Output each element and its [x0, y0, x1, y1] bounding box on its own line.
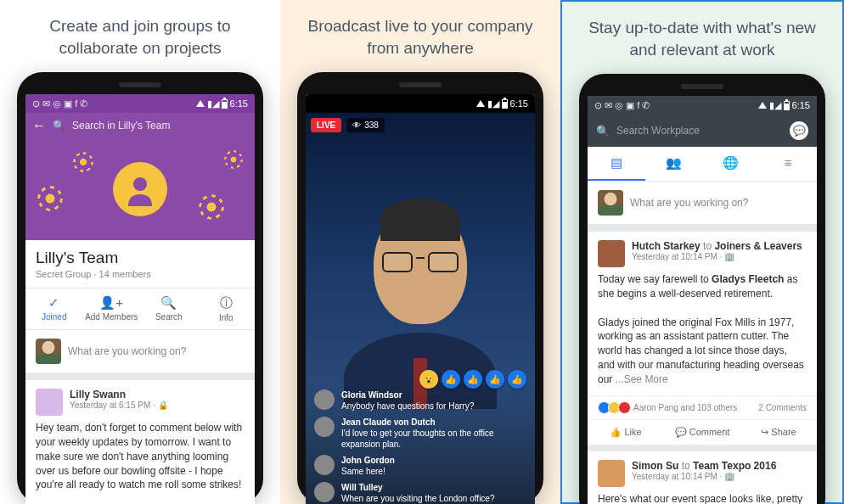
info-icon: ⓘ — [198, 295, 256, 311]
tab-groups[interactable]: 👥 — [645, 147, 703, 181]
divider — [588, 225, 817, 232]
post-header: Simon Su to Team Texpo 2016 Yesterday at… — [598, 460, 807, 487]
chat-icon[interactable]: 💬 — [790, 121, 808, 140]
share-button[interactable]: ↪ Share — [740, 420, 817, 445]
group-search-input[interactable] — [72, 120, 248, 132]
comment-button[interactable]: 💬 Comment — [664, 420, 740, 445]
reactions-row[interactable]: Aaron Pang and 103 others 2 Comments — [588, 395, 817, 420]
eye-icon: 👁 — [352, 120, 361, 130]
commenter-name: Gloria Windsor — [341, 389, 474, 400]
post-time: Yesterday at 10:14 PM · 🏢 — [632, 472, 776, 481]
group-search-bar[interactable]: ← 🔍 — [25, 113, 255, 138]
commenter-name: Jean Claude von Dutch — [341, 417, 526, 428]
search-icon[interactable]: 🔍 — [53, 120, 65, 132]
love-icon — [618, 401, 631, 414]
search-icon: 🔍 — [140, 295, 198, 311]
phone-frame: ⊙ ✉ ◎ ▣ f ✆ ▮◢6:15 ← 🔍 — [17, 72, 263, 504]
live-badge: LIVE — [311, 118, 341, 132]
post-byline[interactable]: Hutch Starkey to Joiners & Leavers — [632, 240, 802, 252]
joined-label: Joined — [42, 312, 66, 322]
commenter-avatar — [314, 389, 335, 410]
like-button[interactable]: 👍 Like — [588, 420, 664, 445]
gear-icon — [76, 155, 90, 169]
viewer-number: 338 — [364, 120, 379, 130]
info-label: Info — [219, 313, 234, 322]
live-comment[interactable]: Gloria WindsorAnybody have questions for… — [314, 389, 526, 412]
feed-post[interactable]: Hutch Starkey to Joiners & Leavers Yeste… — [588, 232, 817, 395]
post-avatar[interactable] — [598, 240, 625, 267]
statusbar-left-icons: ⊙ ✉ ◎ ▣ f ✆ — [594, 100, 650, 111]
screen-feed: ⊙ ✉ ◎ ▣ f ✆ ▮◢6:15 🔍 Search Workplace 💬 … — [588, 96, 817, 504]
composer[interactable]: What are you working on? — [25, 330, 255, 373]
add-members-button[interactable]: 👤+Add Members — [83, 288, 141, 329]
tab-menu[interactable]: ≡ — [760, 147, 818, 181]
group-avatar — [113, 162, 167, 216]
gear-icon — [228, 154, 239, 165]
caption-feed: Stay up-to-date with what's new and rele… — [583, 17, 821, 60]
info-button[interactable]: ⓘInfo — [198, 288, 256, 329]
clock: 6:15 — [792, 100, 810, 110]
statusbar-right: ▮◢6:15 — [196, 98, 248, 109]
tab-feed[interactable]: ▤ — [588, 147, 645, 181]
search-placeholder: Search Workplace — [616, 125, 783, 137]
gear-icon — [202, 198, 221, 216]
clock: 6:15 — [510, 98, 528, 109]
back-arrow-icon[interactable]: ← — [32, 118, 46, 133]
caption-groups: Create and join groups to collaborate on… — [21, 15, 259, 59]
live-comments[interactable]: Gloria WindsorAnybody have questions for… — [306, 383, 535, 504]
post-avatar[interactable] — [36, 389, 63, 416]
caption-live: Broadcast live to your company from anyw… — [301, 15, 539, 59]
search-bar[interactable]: 🔍 Search Workplace 💬 — [588, 115, 817, 147]
check-icon: ✓ — [25, 295, 83, 311]
comment-count[interactable]: 2 Comments — [758, 403, 807, 412]
group-meta: Secret Group · 14 members — [36, 269, 245, 279]
battery-icon — [222, 99, 228, 109]
commenter-name: John Gordon — [341, 455, 395, 466]
post-byline[interactable]: Simon Su to Team Texpo 2016 — [632, 460, 776, 472]
hair — [380, 199, 460, 241]
post-avatar[interactable] — [598, 460, 625, 487]
add-label: Add Members — [85, 312, 138, 322]
search-button[interactable]: 🔍Search — [140, 288, 198, 329]
live-comment[interactable]: John GordonSame here! — [314, 455, 526, 477]
phone-speaker — [399, 82, 442, 87]
group-actions: ✓Joined 👤+Add Members 🔍Search ⓘInfo — [25, 288, 255, 330]
search-icon: 🔍 — [596, 125, 610, 137]
reaction-text[interactable]: Aaron Pang and 103 others — [633, 403, 737, 412]
live-video[interactable]: LIVE 👁338 😮 👍 👍 👍 👍 — [306, 113, 535, 504]
user-avatar — [36, 339, 61, 364]
group-info: Lilly's Team Secret Group · 14 members — [25, 240, 255, 288]
wifi-icon — [196, 100, 205, 107]
composer[interactable]: What are you working on? — [588, 182, 817, 225]
phone-speaker — [119, 82, 161, 87]
comment-text: Anybody have questions for Harry? — [341, 401, 474, 411]
phone-frame: ⊙ ✉ ◎ ▣ f ✆ ▮◢6:15 🔍 Search Workplace 💬 … — [579, 74, 825, 504]
post[interactable]: Lilly Swann Yesterday at 6:15 PM · 🔒 Hey… — [25, 380, 255, 501]
joined-button[interactable]: ✓Joined — [25, 288, 83, 329]
tab-notifications[interactable]: 🌐 — [702, 147, 760, 181]
group-cover — [25, 138, 255, 240]
clock: 6:15 — [230, 98, 248, 109]
post-author[interactable]: Lilly Swann — [70, 389, 168, 400]
divider — [25, 373, 255, 380]
screen-live: ▮◢6:15 LIVE 👁338 😮 👍 👍 — [306, 94, 535, 504]
statusbar: ⊙ ✉ ◎ ▣ f ✆ ▮◢6:15 — [25, 94, 255, 113]
svg-point-0 — [133, 177, 147, 191]
battery-icon — [502, 99, 508, 109]
feed-post[interactable]: Simon Su to Team Texpo 2016 Yesterday at… — [588, 451, 817, 504]
phone-frame: ▮◢6:15 LIVE 👁338 😮 👍 👍 — [297, 72, 543, 504]
composer-placeholder: What are you working on? — [68, 345, 186, 357]
post-header: Lilly Swann Yesterday at 6:15 PM · 🔒 — [36, 389, 245, 416]
phone-speaker — [681, 84, 723, 89]
statusbar-right: ▮◢6:15 — [476, 98, 528, 109]
live-comment[interactable]: Jean Claude von DutchI'd love to get you… — [314, 417, 526, 450]
screen-groups: ⊙ ✉ ◎ ▣ f ✆ ▮◢6:15 ← 🔍 — [25, 94, 255, 504]
wifi-icon — [476, 100, 485, 107]
comment-text: When are you visiting the London office? — [341, 494, 495, 503]
live-comment[interactable]: Will TulleyWhen are you visiting the Lon… — [314, 482, 526, 504]
see-more-link[interactable]: ...See More — [616, 373, 668, 385]
group-title: Lilly's Team — [36, 249, 245, 267]
face — [374, 205, 467, 324]
commenter-name: Will Tulley — [341, 482, 495, 493]
glasses-icon — [380, 252, 460, 276]
